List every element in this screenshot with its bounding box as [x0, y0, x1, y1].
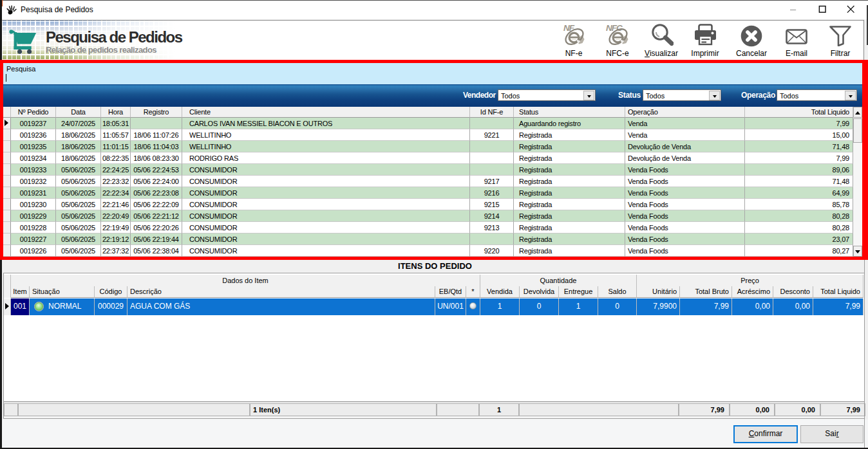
svg-text:NF: NF	[563, 23, 575, 33]
